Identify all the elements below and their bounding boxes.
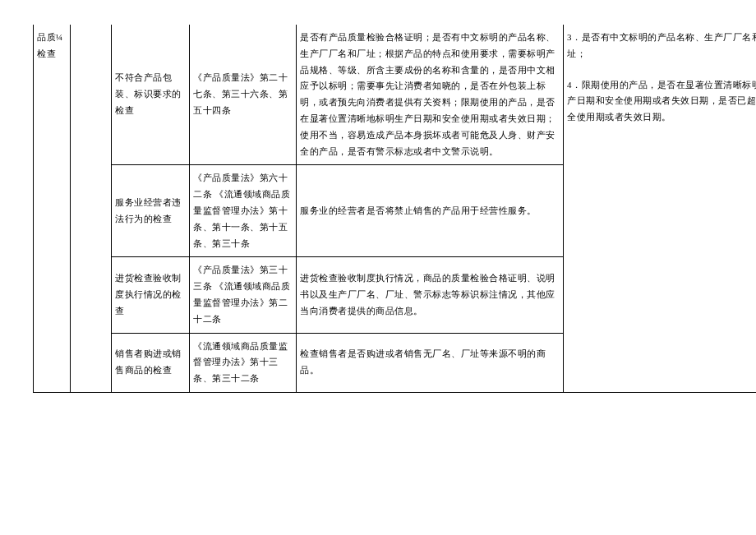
basis-cell: 《流通领域商品质量监督管理办法》第十三条、第三十二条 [190,333,297,392]
right-extra-text-1: 3．是否有中文标明的产品名称、生产厂厂名和厂址； [567,30,756,62]
item-cell: 服务业经营者违法行为的检查 [112,165,190,257]
content-cell: 服务业的经营者是否将禁止销售的产品用于经营性服务。 [297,165,564,257]
content-cell: 进货检查验收制度执行情况，商品的质量检验合格证明、说明书以及生产厂厂名、厂址、警… [297,257,564,333]
content-cell: 检查销售者是否购进或者销售无厂名、厂址等来源不明的商品。 [297,333,564,392]
content-cell: 是否有产品质量检验合格证明；是否有中文标明的产品名称、生产厂厂名和厂址；根据产品… [297,25,564,165]
item-cell: 不符合产品包装、标识要求的检查 [112,25,190,165]
right-extra-text-2: 4．限期使用的产品，是否在显著位置清晰标明生产日期和安全使用期或者失效日期，是否… [567,77,756,126]
group-header-cell: 品质¼检查 [34,25,71,392]
spacer-cell [71,25,112,392]
table-row: 品质¼检查 不符合产品包装、标识要求的检查 《产品质量法》第二十七条、第三十六条… [34,25,757,165]
basis-cell: 《产品质量法》第六十二条 《流通领域商品质量监督管理办法》第十条、第十一条、第十… [190,165,297,257]
right-extra-cell: 3．是否有中文标明的产品名称、生产厂厂名和厂址； 4．限期使用的产品，是否在显著… [564,25,757,392]
item-cell: 进货检查验收制度执行情况的检查 [112,257,190,333]
basis-cell: 《产品质量法》第二十七条、第三十六条、第五十四条 [190,25,297,165]
regulation-table: 品质¼检查 不符合产品包装、标识要求的检查 《产品质量法》第二十七条、第三十六条… [33,25,756,393]
item-cell: 销售者购进或销售商品的检查 [112,333,190,392]
basis-cell: 《产品质量法》第三十三条 《流通领域商品质量监督管理办法》第二十二条 [190,257,297,333]
